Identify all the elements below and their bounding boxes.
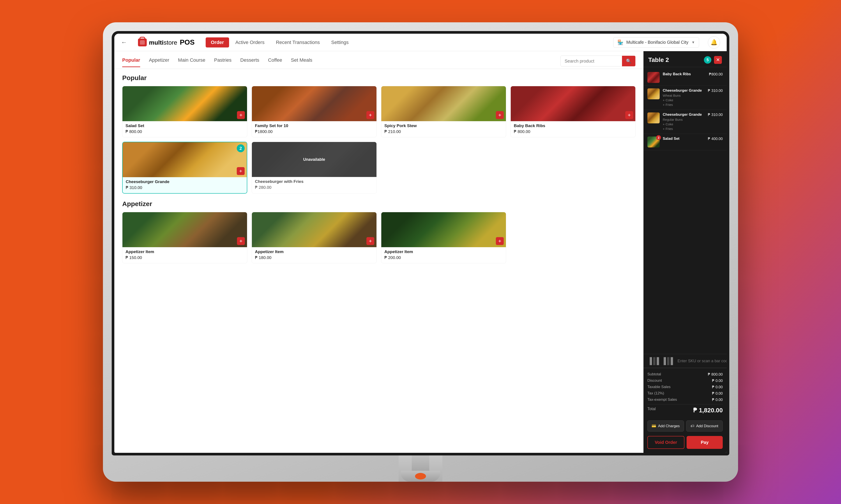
tax-exempt-label: Tax-exempt Sales [647,397,677,402]
store-selector[interactable]: 🏪 Multicafe - Bonifacio Global City ▼ [613,37,699,48]
products-area: Popular + Salad Set ₱ 800.00 [114,69,643,453]
stand-base [401,471,440,482]
product-card-burger-fries[interactable]: Unavailable Cheeseburger with Fries ₱ 28… [252,142,377,194]
summary-row-taxable: Taxable Sales ₱ 0.00 [647,384,723,390]
barcode-icon: ▐║▌▐║▌ [647,357,675,365]
app-header: ← multistore POS Order Active Orders Rec… [114,34,727,51]
add-burger-button[interactable]: + [237,167,245,175]
product-card-ribs[interactable]: + Baby Back Ribs ₱ 800.00 [511,86,636,137]
main-buttons: Void Order Pay [643,434,727,453]
void-order-button[interactable]: Void Order [647,436,684,449]
order-item-ribs: Baby Back Ribs ₱800.00 [643,69,727,86]
product-image-salad: + [122,86,247,121]
product-card-salad-set[interactable]: + Salad Set ₱ 800.00 [122,86,247,137]
category-tab-popular[interactable]: Popular [122,57,140,67]
tab-settings[interactable]: Settings [326,37,354,48]
discount-label: Discount [647,378,662,383]
barcode-input[interactable] [677,359,727,363]
notification-bell[interactable]: 🔔 [708,36,720,49]
add-charges-button[interactable]: 💳 Add Charges [647,420,684,432]
add-family-button[interactable]: + [366,111,374,119]
tab-order[interactable]: Order [206,37,229,48]
logo-multi: multistore [149,39,177,46]
category-tab-appetizer[interactable]: Appetizer [149,57,169,67]
product-price: ₱ 280.00 [255,185,373,190]
add-salad-button[interactable]: + [237,111,245,119]
table-title: Table 2 [648,56,701,64]
add-discount-button[interactable]: 🏷 Add Discount [686,420,723,432]
charges-icon: 💳 [652,424,656,428]
product-name: Salad Set [125,123,244,128]
order-panel: Table 2 5 ✕ Baby Back Ribs ₱800.00 [643,51,727,453]
search-input[interactable] [561,56,622,66]
add-app1-button[interactable]: + [237,237,245,245]
tab-active-orders[interactable]: Active Orders [230,37,270,48]
order-item-name: Cheeseburger Grande [663,88,705,93]
order-item-details: Cheeseburger Grande Regular Buns + Coke … [663,112,705,131]
category-tab-set-meals[interactable]: Set Meals [291,57,312,67]
order-item-qty-badge: 2 [656,135,661,140]
unavailable-overlay: Unavailable [252,142,377,177]
pay-button[interactable]: Pay [687,436,723,449]
product-name: Appetizer Item [125,249,244,254]
product-info: Appetizer Item ₱ 200.00 [381,247,506,263]
store-icon: 🏪 [617,40,623,45]
add-discount-label: Add Discount [696,424,718,428]
order-item-burger-regular: Cheeseburger Grande Regular Buns + Coke … [643,110,727,134]
product-price: ₱ 310.00 [126,185,244,190]
category-tab-pastries[interactable]: Pastries [214,57,231,67]
product-image-pork: + [381,86,506,121]
product-image-app2: + [252,212,377,247]
product-info: Cheeseburger with Fries ₱ 280.00 [252,177,377,193]
product-card-app2[interactable]: + Appetizer Item ₱ 180.00 [252,212,377,263]
discount-icon: 🏷 [690,424,694,428]
add-ribs-button[interactable]: + [625,111,633,119]
tab-recent-transactions[interactable]: Recent Transactions [271,37,325,48]
product-price: ₱ 150.00 [125,255,244,260]
add-app3-button[interactable]: + [496,237,504,245]
order-item-details: Cheeseburger Grande Wheat Buns + Coke + … [663,88,705,107]
taxable-value: ₱ 0.00 [712,385,723,389]
subtotal-value: ₱ 800.00 [708,372,723,377]
category-tab-coffee[interactable]: Coffee [268,57,282,67]
product-info: Cheeseburger Grande ₱ 310.00 [123,177,247,193]
tax-value: ₱ 0.00 [712,391,723,396]
product-card-spicy-pork[interactable]: + Spicy Pork Stew ₱ 210.00 [381,86,506,137]
product-image-app3: + [381,212,506,247]
product-info: Salad Set ₱ 800.00 [122,121,247,137]
order-item-sub: Regular Buns + Coke + Fries [663,117,705,131]
summary-row-subtotal: Subtotal ₱ 800.00 [647,371,723,378]
appetizer-grid: + Appetizer Item ₱ 150.00 + [122,212,636,263]
product-name: Appetizer Item [384,249,503,254]
main-area: Popular Appetizer Main Course Pastries D… [114,51,727,453]
order-item-img-wrapper: 2 [647,137,660,147]
order-item-name: Cheeseburger Grande [663,112,705,117]
monitor-stand [399,455,442,482]
product-price: ₱ 210.00 [384,129,503,134]
add-pork-button[interactable]: + [496,111,504,119]
close-order-button[interactable]: ✕ [714,56,722,64]
logo-pos: POS [180,38,195,46]
category-tab-desserts[interactable]: Desserts [240,57,259,67]
product-card-app3[interactable]: + Appetizer Item ₱ 200.00 [381,212,506,263]
add-app2-button[interactable]: + [366,237,374,245]
product-name: Cheeseburger with Fries [255,179,373,184]
order-item-price: ₱ 400.00 [708,137,723,141]
product-card-app1[interactable]: + Appetizer Item ₱ 150.00 [122,212,247,263]
stand-neck [412,455,429,471]
product-card-cheeseburger[interactable]: 2 + Cheeseburger Grande ₱ 310.00 [122,142,247,194]
summary-row-tax-exempt: Tax-exempt Sales ₱ 0.00 [647,397,723,403]
action-buttons: 💳 Add Charges 🏷 Add Discount [643,418,727,434]
back-button[interactable]: ← [121,39,127,46]
product-name: Spicy Pork Stew [384,123,503,128]
product-image-burgerfries: Unavailable [252,142,377,177]
summary-row-discount: Discount ₱ 0.00 [647,378,723,384]
summary-total: Total ₱ 1,820.00 [647,404,723,415]
product-name: Baby Back Ribs [514,123,632,128]
product-image-family: + [252,86,377,121]
total-value: ₱ 1,820.00 [693,407,723,414]
search-button[interactable]: 🔍 [622,56,635,66]
product-card-family-set[interactable]: + Family Set for 10 ₱1800.00 [252,86,377,137]
category-tab-main-course[interactable]: Main Course [178,57,205,67]
logo-text: multistore POS [149,38,195,47]
